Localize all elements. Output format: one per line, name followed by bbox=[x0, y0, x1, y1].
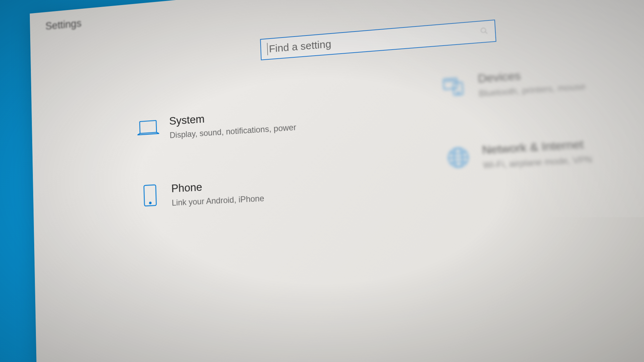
search-input[interactable]: Find a setting bbox=[260, 19, 496, 60]
laptop-icon bbox=[137, 116, 160, 141]
category-phone[interactable]: Phone Link your Android, iPhone bbox=[138, 171, 381, 210]
svg-line-6 bbox=[445, 80, 455, 81]
svg-line-1 bbox=[485, 32, 487, 34]
phone-icon bbox=[138, 183, 162, 208]
svg-rect-2 bbox=[140, 120, 156, 133]
svg-line-11 bbox=[448, 157, 468, 158]
category-title: Phone bbox=[171, 177, 264, 195]
settings-window: Settings Find a setting bbox=[30, 0, 644, 362]
text-cursor bbox=[267, 43, 268, 55]
svg-point-5 bbox=[458, 92, 459, 94]
category-network[interactable]: Network & Internet Wi-Fi, airplane mode,… bbox=[444, 129, 644, 195]
category-description: Link your Android, iPhone bbox=[172, 192, 265, 208]
search-placeholder: Find a setting bbox=[269, 26, 480, 55]
network-icon bbox=[444, 144, 472, 171]
devices-icon bbox=[441, 73, 468, 100]
category-system[interactable]: System Display, sound, notifications, po… bbox=[137, 101, 378, 143]
svg-rect-3 bbox=[443, 78, 457, 89]
svg-point-8 bbox=[150, 202, 151, 203]
search-icon bbox=[480, 26, 488, 37]
